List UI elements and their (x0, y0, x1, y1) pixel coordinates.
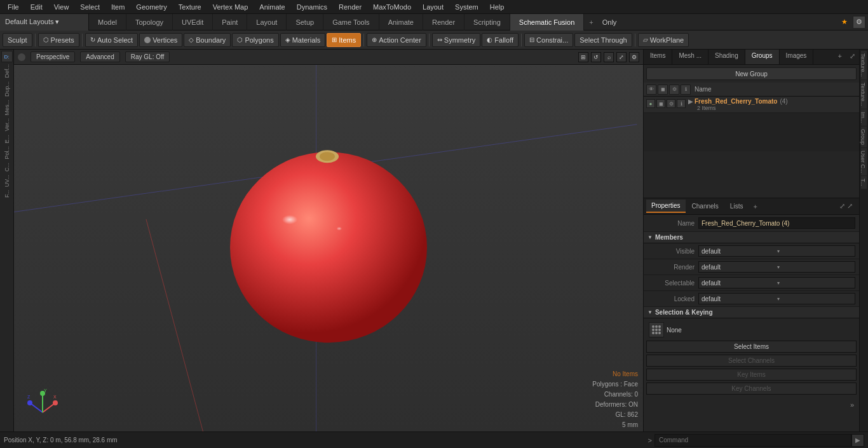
group-eye-icon[interactable]: ● (646, 99, 655, 108)
group-settings-icon[interactable]: ⚙ (667, 99, 675, 108)
left-label-c[interactable]: C... (4, 161, 10, 173)
layout-tab-animate[interactable]: Animate (379, 14, 423, 31)
menu-texture[interactable]: Texture (173, 2, 207, 12)
command-run-button[interactable]: ▶ (851, 434, 864, 447)
layout-tab-model[interactable]: Model (89, 14, 126, 31)
viewport-icon-1[interactable]: ⊞ (578, 52, 588, 62)
props-tab-add[interactable]: + (749, 200, 761, 213)
list-icon-info[interactable]: ℹ (681, 85, 691, 95)
panel-tab-add[interactable]: + (834, 50, 846, 64)
layout-tab-paint[interactable]: Paint (213, 14, 247, 31)
presets-button[interactable]: ⬡ Presets (38, 33, 79, 47)
menu-item[interactable]: Item (106, 2, 130, 12)
left-label-uv[interactable]: UV... (4, 173, 10, 188)
select-channels-button[interactable]: Select Channels (646, 355, 857, 367)
key-channels-button[interactable]: Key Channels (646, 383, 857, 395)
select-items-button[interactable]: Select Items (646, 341, 857, 353)
select-through-button[interactable]: Select Through (574, 33, 632, 47)
menu-vertex-map[interactable]: Vertex Map (208, 2, 254, 12)
falloff-button[interactable]: ◐ Falloff (482, 33, 519, 47)
menu-system[interactable]: System (450, 2, 484, 12)
viewport-icon-3[interactable]: ⌕ (604, 52, 614, 62)
vtab-texture-2[interactable]: Texture... (861, 80, 867, 109)
props-tab-lists[interactable]: Lists (725, 200, 749, 212)
left-label-pol[interactable]: Pol... (4, 145, 10, 161)
left-label-f[interactable]: F... (4, 189, 10, 199)
list-icon-eye[interactable]: 👁 (646, 85, 656, 95)
viewport-icon-2[interactable]: ↺ (591, 52, 601, 62)
group-info-icon[interactable]: ℹ (677, 99, 686, 108)
menu-maxtomodo[interactable]: MaxToModo (368, 2, 416, 12)
layout-tab-render[interactable]: Render (423, 14, 465, 31)
layout-tab-layout[interactable]: Layout (247, 14, 287, 31)
vtab-im[interactable]: Im... (861, 109, 867, 126)
viewport[interactable]: Perspective Advanced Ray GL: Off ⊞ ↺ ⌕ ⤢… (14, 50, 643, 431)
left-label-e[interactable]: E... (4, 133, 10, 145)
left-tool-1[interactable]: D: (1, 51, 13, 62)
viewport-dot[interactable] (18, 53, 25, 61)
vtab-texture-1[interactable]: Texture... (861, 51, 867, 79)
props-expand-icon[interactable]: ⤢ ↗ (836, 200, 857, 213)
advanced-button[interactable]: Advanced (80, 51, 119, 62)
locked-select[interactable]: default ▾ (698, 293, 855, 304)
props-tab-channels[interactable]: Channels (687, 200, 724, 212)
group-expand-arrow[interactable]: ▶ (688, 98, 693, 105)
perspective-button[interactable]: Perspective (31, 51, 75, 62)
key-items-button[interactable]: Key Items (646, 369, 857, 381)
members-section-header[interactable]: ▼ Members (644, 232, 859, 243)
keying-section-header[interactable]: ▼ Selection & Keying (644, 307, 859, 318)
left-label-ver[interactable]: Ver... (4, 117, 10, 133)
auto-select-button[interactable]: ↻ Auto Select (85, 33, 138, 47)
menu-layout[interactable]: Layout (417, 2, 449, 12)
panel-tab-shading[interactable]: Shading (709, 50, 745, 64)
menu-render[interactable]: Render (334, 2, 367, 12)
layout-only[interactable]: Only (599, 17, 621, 27)
layout-tab-game-tools[interactable]: Game Tools (323, 14, 379, 31)
menu-edit[interactable]: Edit (25, 2, 48, 12)
viewport-icon-5[interactable]: ⚙ (629, 52, 639, 62)
menu-geometry[interactable]: Geometry (131, 2, 172, 12)
left-label-dup[interactable]: Dup... (4, 80, 10, 98)
props-tab-properties[interactable]: Properties (646, 200, 686, 213)
layout-tab-scripting[interactable]: Scripting (465, 14, 510, 31)
group-render-icon[interactable]: ◼ (656, 99, 665, 108)
selectable-select[interactable]: default ▾ (698, 277, 855, 288)
keying-dots-icon[interactable] (649, 322, 664, 337)
double-arrow-button[interactable]: » (848, 400, 857, 410)
panel-tab-items[interactable]: Items (644, 50, 672, 64)
panel-tab-mesh[interactable]: Mesh ... (672, 50, 709, 64)
layout-tab-schematic[interactable]: Schematic Fusion (510, 14, 584, 31)
layout-tab-setup[interactable]: Setup (287, 14, 323, 31)
new-group-button[interactable]: New Group (646, 67, 857, 80)
polygons-button[interactable]: ⬡ Polygons (232, 33, 278, 47)
constraints-button[interactable]: ⊟ Constrai... (524, 33, 573, 47)
visible-select[interactable]: default ▾ (698, 245, 855, 257)
panel-tab-images[interactable]: Images (780, 50, 814, 64)
render-select[interactable]: default ▾ (698, 261, 855, 273)
workplane-button[interactable]: ▱ WorkPlane (638, 33, 689, 47)
list-icon-settings[interactable]: ⚙ (669, 85, 679, 95)
viewport-icon-4[interactable]: ⤢ (616, 52, 627, 62)
name-input[interactable] (698, 217, 855, 229)
menu-help[interactable]: Help (485, 2, 510, 12)
layout-add-tab[interactable]: + (584, 16, 598, 29)
layout-tab-topology[interactable]: Topology (126, 14, 173, 31)
panel-expand-icon[interactable]: ⤢ (846, 50, 859, 64)
vertices-button[interactable]: Vertices (139, 33, 182, 47)
menu-view[interactable]: View (49, 2, 74, 12)
left-label-mesh[interactable]: Mes... (4, 98, 10, 117)
layout-settings-icon[interactable]: ⚙ (853, 16, 865, 29)
group-row-tomato[interactable]: ● ◼ ⚙ ℹ ▶ Fresh_Red_Cherry_Tomato (4) 2 … (644, 97, 859, 113)
menu-dynamics[interactable]: Dynamics (292, 2, 332, 12)
vtab-t[interactable]: T... (861, 176, 867, 189)
layout-tab-uvedit[interactable]: UVEdit (173, 14, 213, 31)
items-button[interactable]: ⊞ Items (327, 33, 361, 47)
materials-button[interactable]: ◈ Materials (280, 33, 326, 47)
panel-tab-groups[interactable]: Groups (745, 50, 780, 64)
vtab-group[interactable]: Group (861, 126, 867, 147)
boundary-button[interactable]: ◇ Boundary (184, 33, 231, 47)
ray-gl-button[interactable]: Ray GL: Off (125, 51, 170, 62)
vtab-user-c[interactable]: User C... (861, 148, 867, 176)
symmetry-button[interactable]: ⇔ Symmetry (432, 33, 481, 47)
menu-animate[interactable]: Animate (254, 2, 290, 12)
